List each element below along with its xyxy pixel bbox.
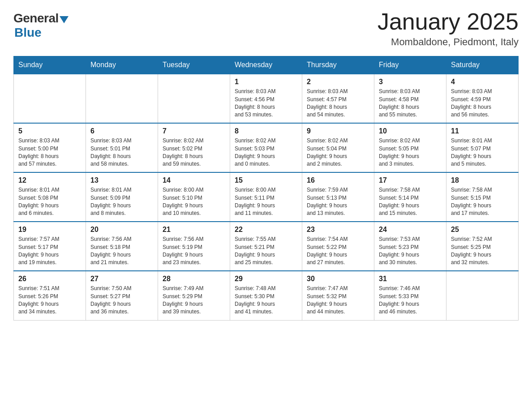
day-info: Sunrise: 8:02 AM Sunset: 5:04 PM Dayligh… <box>307 137 369 168</box>
day-info: Sunrise: 7:56 AM Sunset: 5:18 PM Dayligh… <box>90 235 153 267</box>
day-number: 31 <box>379 275 442 283</box>
week-row-5: 26Sunrise: 7:51 AM Sunset: 5:26 PM Dayli… <box>14 271 519 320</box>
day-number: 5 <box>18 127 81 135</box>
logo-arrow-icon <box>60 16 69 23</box>
week-row-4: 19Sunrise: 7:57 AM Sunset: 5:17 PM Dayli… <box>14 222 519 271</box>
day-info: Sunrise: 7:49 AM Sunset: 5:29 PM Dayligh… <box>163 285 225 316</box>
day-info: Sunrise: 7:55 AM Sunset: 5:21 PM Dayligh… <box>235 235 297 267</box>
calendar-header-row: SundayMondayTuesdayWednesdayThursdayFrid… <box>14 56 519 74</box>
day-number: 17 <box>379 176 442 184</box>
calendar-cell: 16Sunrise: 7:59 AM Sunset: 5:13 PM Dayli… <box>302 172 374 222</box>
day-info: Sunrise: 7:58 AM Sunset: 5:15 PM Dayligh… <box>451 186 514 218</box>
day-info: Sunrise: 7:46 AM Sunset: 5:33 PM Dayligh… <box>379 285 442 316</box>
calendar-cell: 5Sunrise: 8:03 AM Sunset: 5:00 PM Daylig… <box>14 123 86 172</box>
calendar-cell: 14Sunrise: 8:00 AM Sunset: 5:10 PM Dayli… <box>158 172 230 222</box>
day-number: 22 <box>235 226 297 234</box>
calendar-cell: 12Sunrise: 8:01 AM Sunset: 5:08 PM Dayli… <box>14 172 86 222</box>
day-number: 10 <box>379 127 442 135</box>
calendar-cell: 7Sunrise: 8:02 AM Sunset: 5:02 PM Daylig… <box>158 123 230 172</box>
calendar-cell: 21Sunrise: 7:56 AM Sunset: 5:19 PM Dayli… <box>158 222 230 271</box>
calendar-cell: 28Sunrise: 7:49 AM Sunset: 5:29 PM Dayli… <box>158 271 230 320</box>
logo-general-text: General <box>13 11 59 26</box>
day-info: Sunrise: 7:59 AM Sunset: 5:13 PM Dayligh… <box>307 186 369 218</box>
calendar-cell: 25Sunrise: 7:52 AM Sunset: 5:25 PM Dayli… <box>446 222 519 271</box>
calendar-cell: 9Sunrise: 8:02 AM Sunset: 5:04 PM Daylig… <box>302 123 374 172</box>
day-info: Sunrise: 8:01 AM Sunset: 5:09 PM Dayligh… <box>90 186 153 218</box>
day-info: Sunrise: 8:03 AM Sunset: 4:59 PM Dayligh… <box>451 88 514 119</box>
day-number: 27 <box>90 275 153 283</box>
calendar-header-monday: Monday <box>86 56 158 74</box>
day-info: Sunrise: 8:01 AM Sunset: 5:07 PM Dayligh… <box>451 137 514 168</box>
calendar-header-tuesday: Tuesday <box>158 56 230 74</box>
day-info: Sunrise: 7:57 AM Sunset: 5:17 PM Dayligh… <box>18 235 81 267</box>
title-section: January 2025 Mombaldone, Piedmont, Italy <box>378 9 519 48</box>
calendar-cell: 26Sunrise: 7:51 AM Sunset: 5:26 PM Dayli… <box>14 271 86 320</box>
calendar-cell: 24Sunrise: 7:53 AM Sunset: 5:23 PM Dayli… <box>374 222 446 271</box>
calendar-cell: 23Sunrise: 7:54 AM Sunset: 5:22 PM Dayli… <box>302 222 374 271</box>
day-info: Sunrise: 7:47 AM Sunset: 5:32 PM Dayligh… <box>307 285 369 316</box>
calendar-cell <box>158 74 230 123</box>
day-number: 16 <box>307 176 369 184</box>
day-info: Sunrise: 8:03 AM Sunset: 5:01 PM Dayligh… <box>90 137 153 168</box>
calendar-cell: 13Sunrise: 8:01 AM Sunset: 5:09 PM Dayli… <box>86 172 158 222</box>
day-info: Sunrise: 7:54 AM Sunset: 5:22 PM Dayligh… <box>307 235 369 267</box>
calendar-cell: 6Sunrise: 8:03 AM Sunset: 5:01 PM Daylig… <box>86 123 158 172</box>
day-info: Sunrise: 8:02 AM Sunset: 5:03 PM Dayligh… <box>235 137 297 168</box>
calendar-cell: 2Sunrise: 8:03 AM Sunset: 4:57 PM Daylig… <box>302 74 374 123</box>
month-title: January 2025 <box>378 9 519 34</box>
calendar-cell: 29Sunrise: 7:48 AM Sunset: 5:30 PM Dayli… <box>230 271 302 320</box>
calendar-cell: 30Sunrise: 7:47 AM Sunset: 5:32 PM Dayli… <box>302 271 374 320</box>
day-number: 4 <box>451 78 514 86</box>
calendar-cell <box>14 74 86 123</box>
day-info: Sunrise: 7:48 AM Sunset: 5:30 PM Dayligh… <box>235 285 297 316</box>
day-number: 7 <box>163 127 225 135</box>
logo-blue-text: Blue <box>14 26 42 40</box>
day-info: Sunrise: 8:03 AM Sunset: 4:57 PM Dayligh… <box>307 88 369 119</box>
day-number: 21 <box>163 226 225 234</box>
calendar-header-thursday: Thursday <box>302 56 374 74</box>
calendar-cell: 27Sunrise: 7:50 AM Sunset: 5:27 PM Dayli… <box>86 271 158 320</box>
day-number: 1 <box>235 78 297 86</box>
calendar-cell <box>86 74 158 123</box>
calendar-cell: 8Sunrise: 8:02 AM Sunset: 5:03 PM Daylig… <box>230 123 302 172</box>
day-number: 24 <box>379 226 442 234</box>
day-info: Sunrise: 8:00 AM Sunset: 5:10 PM Dayligh… <box>163 186 225 218</box>
week-row-2: 5Sunrise: 8:03 AM Sunset: 5:00 PM Daylig… <box>14 123 519 172</box>
location-text: Mombaldone, Piedmont, Italy <box>378 36 519 48</box>
day-number: 25 <box>451 226 514 234</box>
day-number: 3 <box>379 78 442 86</box>
day-number: 26 <box>18 275 81 283</box>
day-number: 9 <box>307 127 369 135</box>
calendar-cell: 3Sunrise: 8:03 AM Sunset: 4:58 PM Daylig… <box>374 74 446 123</box>
day-number: 14 <box>163 176 225 184</box>
day-number: 11 <box>451 127 514 135</box>
calendar-cell: 19Sunrise: 7:57 AM Sunset: 5:17 PM Dayli… <box>14 222 86 271</box>
calendar-cell: 20Sunrise: 7:56 AM Sunset: 5:18 PM Dayli… <box>86 222 158 271</box>
day-info: Sunrise: 8:03 AM Sunset: 4:56 PM Dayligh… <box>235 88 297 119</box>
calendar-header-friday: Friday <box>374 56 446 74</box>
calendar-table: SundayMondayTuesdayWednesdayThursdayFrid… <box>13 56 519 321</box>
day-info: Sunrise: 8:03 AM Sunset: 5:00 PM Dayligh… <box>18 137 81 168</box>
day-number: 19 <box>18 226 81 234</box>
day-info: Sunrise: 8:03 AM Sunset: 4:58 PM Dayligh… <box>379 88 442 119</box>
day-info: Sunrise: 7:56 AM Sunset: 5:19 PM Dayligh… <box>163 235 225 267</box>
day-info: Sunrise: 8:00 AM Sunset: 5:11 PM Dayligh… <box>235 186 297 218</box>
day-info: Sunrise: 7:52 AM Sunset: 5:25 PM Dayligh… <box>451 235 514 267</box>
day-info: Sunrise: 7:50 AM Sunset: 5:27 PM Dayligh… <box>90 285 153 316</box>
week-row-3: 12Sunrise: 8:01 AM Sunset: 5:08 PM Dayli… <box>14 172 519 222</box>
day-info: Sunrise: 7:58 AM Sunset: 5:14 PM Dayligh… <box>379 186 442 218</box>
day-number: 23 <box>307 226 369 234</box>
calendar-cell: 1Sunrise: 8:03 AM Sunset: 4:56 PM Daylig… <box>230 74 302 123</box>
day-number: 6 <box>90 127 153 135</box>
page-header: General Blue January 2025 Mombaldone, Pi… <box>13 9 519 48</box>
calendar-cell <box>446 271 519 320</box>
day-number: 30 <box>307 275 369 283</box>
day-number: 20 <box>90 226 153 234</box>
calendar-cell: 18Sunrise: 7:58 AM Sunset: 5:15 PM Dayli… <box>446 172 519 222</box>
day-number: 28 <box>163 275 225 283</box>
day-info: Sunrise: 7:53 AM Sunset: 5:23 PM Dayligh… <box>379 235 442 267</box>
day-number: 15 <box>235 176 297 184</box>
logo: General Blue <box>13 9 69 40</box>
calendar-cell: 31Sunrise: 7:46 AM Sunset: 5:33 PM Dayli… <box>374 271 446 320</box>
calendar-cell: 10Sunrise: 8:02 AM Sunset: 5:05 PM Dayli… <box>374 123 446 172</box>
